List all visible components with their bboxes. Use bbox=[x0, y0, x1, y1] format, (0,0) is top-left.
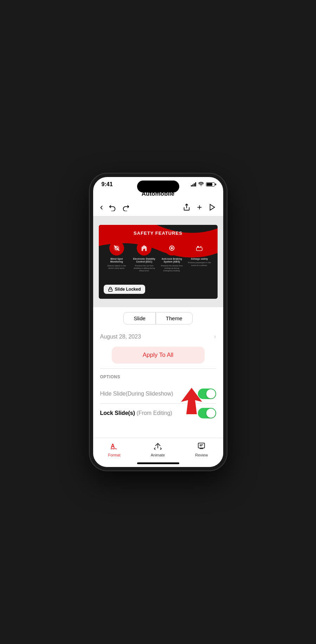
hide-slide-row: Hide Slide(During Slideshow) bbox=[100, 384, 216, 403]
segment-control: Slide Theme bbox=[93, 307, 223, 329]
svg-rect-9 bbox=[196, 247, 202, 251]
battery-icon bbox=[206, 182, 215, 187]
lock-slide-label: Lock Slide(s) (From Editing) bbox=[100, 410, 172, 416]
slide-preview: SAFETY FEATURES Blind Spot Monitoring De… bbox=[99, 225, 218, 299]
status-icons bbox=[191, 182, 215, 187]
slide-area: SAFETY FEATURES Blind Spot Monitoring De… bbox=[93, 216, 223, 307]
svg-point-8 bbox=[171, 247, 173, 249]
features-grid: Blind Spot Monitoring Detects objects in… bbox=[103, 241, 213, 272]
animate-tab[interactable]: Animate bbox=[151, 442, 165, 457]
svg-text:A: A bbox=[111, 443, 115, 449]
blind-spot-icon-circle bbox=[109, 241, 124, 255]
slide-tab[interactable]: Slide bbox=[123, 312, 155, 324]
feature-abs: Anti-lock Braking System (ABS) Prevents … bbox=[160, 241, 184, 272]
lock-slide-row: Lock Slide(s) (From Editing) bbox=[100, 404, 216, 423]
svg-point-5 bbox=[115, 246, 116, 248]
options-label: OPTIONS bbox=[100, 374, 216, 379]
esc-icon-circle bbox=[137, 241, 151, 255]
feature-airbag: Airbags safety Protects passengers in th… bbox=[187, 241, 212, 272]
blind-spot-desc: Detects objects in the driver's blind sp… bbox=[104, 265, 129, 270]
options-wrapper: Hide Slide(During Slideshow) Lock Slide(… bbox=[100, 384, 216, 423]
animate-label: Animate bbox=[151, 453, 165, 457]
phone-frame: 9:41 bbox=[90, 173, 227, 471]
format-tab[interactable]: A Format bbox=[108, 442, 121, 457]
theme-tab[interactable]: Theme bbox=[156, 312, 193, 324]
wifi-icon bbox=[198, 182, 204, 187]
options-section: OPTIONS Hide Slide(During Slideshow) bbox=[93, 369, 223, 423]
slide-locked-badge: Slide Locked bbox=[104, 285, 145, 294]
review-tab[interactable]: Review bbox=[195, 442, 208, 457]
add-button[interactable]: + bbox=[197, 202, 202, 212]
svg-point-6 bbox=[145, 246, 146, 248]
abs-desc: Prevents the wheels from locking up duri… bbox=[160, 265, 184, 272]
date-row[interactable]: August 28, 2023 › bbox=[93, 329, 223, 345]
slide-title: SAFETY FEATURES bbox=[103, 231, 213, 236]
feature-esc: Electronic Stability Control (ESC) Preve… bbox=[132, 241, 156, 272]
abs-name: Anti-lock Braking System (ABS) bbox=[160, 258, 184, 264]
esc-desc: Prevents the car from skidding or slidin… bbox=[132, 265, 156, 272]
play-button[interactable] bbox=[208, 203, 216, 211]
toolbar-left: ‹ bbox=[100, 202, 130, 213]
apply-btn-container: Apply To All bbox=[93, 345, 223, 368]
status-bar: 9:41 bbox=[93, 177, 223, 190]
apply-to-all-button[interactable]: Apply To All bbox=[112, 347, 205, 364]
svg-rect-11 bbox=[108, 289, 112, 291]
hide-slide-label: Hide Slide(During Slideshow) bbox=[100, 391, 173, 397]
back-button[interactable]: ‹ bbox=[100, 202, 103, 213]
date-value: August 28, 2023 bbox=[100, 334, 141, 340]
screen: 9:41 bbox=[93, 177, 223, 467]
home-indicator bbox=[137, 462, 179, 464]
toolbar: ‹ bbox=[93, 200, 223, 216]
hide-slide-toggle-thumb bbox=[206, 389, 215, 398]
review-label: Review bbox=[195, 453, 208, 457]
panel: Slide Theme August 28, 2023 › Apply To A… bbox=[93, 307, 223, 423]
signal-icon bbox=[191, 182, 196, 187]
airbag-icon-circle bbox=[192, 241, 207, 255]
airbag-desc: Protects passengers in the event of a co… bbox=[187, 261, 212, 266]
status-time: 9:41 bbox=[102, 181, 113, 188]
review-icon bbox=[197, 442, 206, 452]
feature-blind-spot: Blind Spot Monitoring Detects objects in… bbox=[104, 241, 129, 272]
share-button[interactable] bbox=[183, 203, 191, 211]
toolbar-right: + bbox=[183, 202, 216, 212]
format-label: Format bbox=[108, 453, 121, 457]
animate-icon bbox=[154, 442, 162, 452]
svg-marker-1 bbox=[210, 204, 214, 210]
abs-icon-circle bbox=[165, 241, 179, 255]
airbag-name: Airbags safety bbox=[191, 258, 208, 260]
svg-point-10 bbox=[197, 246, 199, 248]
redo-button[interactable] bbox=[122, 203, 130, 211]
slide-content: SAFETY FEATURES Blind Spot Monitoring De… bbox=[99, 225, 218, 278]
hide-slide-toggle[interactable] bbox=[198, 389, 216, 399]
blind-spot-name: Blind Spot Monitoring bbox=[104, 258, 129, 264]
date-chevron-icon: › bbox=[214, 333, 216, 340]
esc-name: Electronic Stability Control (ESC) bbox=[132, 258, 156, 264]
undo-button[interactable] bbox=[109, 203, 116, 211]
lock-slide-toggle-thumb bbox=[206, 409, 215, 418]
lock-slide-toggle[interactable] bbox=[198, 408, 216, 418]
slide-locked-label: Slide Locked bbox=[115, 287, 141, 292]
format-icon: A bbox=[110, 442, 118, 452]
